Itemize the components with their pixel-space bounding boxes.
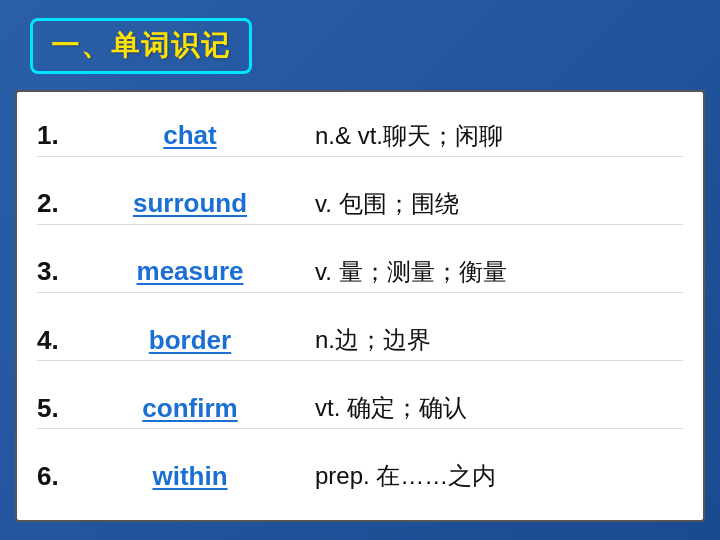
vocab-row: 4.bordern.边；边界 (37, 320, 683, 361)
word-blank: within (75, 461, 305, 492)
vocab-number: 3. (37, 256, 75, 287)
vocab-row: 6.withinprep. 在……之内 (37, 456, 683, 496)
vocab-definition: n.& vt.聊天；闲聊 (315, 120, 683, 152)
vocab-word: confirm (138, 393, 241, 424)
vocab-word: surround (129, 188, 251, 219)
vocab-definition: v. 量；测量；衡量 (315, 256, 683, 288)
word-blank: surround (75, 188, 305, 219)
page-title: 一、单词识记 (51, 30, 231, 61)
vocab-row: 3.measurev. 量；测量；衡量 (37, 252, 683, 293)
title-box: 一、单词识记 (30, 18, 252, 74)
vocab-number: 1. (37, 120, 75, 151)
vocab-number: 4. (37, 325, 75, 356)
vocab-row: 5.confirmvt. 确定；确认 (37, 388, 683, 429)
vocab-number: 5. (37, 393, 75, 424)
page: 一、单词识记 1.chatn.& vt.聊天；闲聊2.surroundv. 包围… (0, 0, 720, 540)
vocab-definition: vt. 确定；确认 (315, 392, 683, 424)
vocab-definition: n.边；边界 (315, 324, 683, 356)
vocab-definition: v. 包围；围绕 (315, 188, 683, 220)
word-blank: chat (75, 120, 305, 151)
word-blank: border (75, 325, 305, 356)
vocab-number: 2. (37, 188, 75, 219)
vocab-word: measure (133, 256, 248, 287)
word-blank: confirm (75, 393, 305, 424)
vocab-word: within (148, 461, 231, 492)
vocab-word: border (145, 325, 235, 356)
vocab-row: 1.chatn.& vt.聊天；闲聊 (37, 116, 683, 157)
vocab-card: 1.chatn.& vt.聊天；闲聊2.surroundv. 包围；围绕3.me… (15, 90, 705, 522)
word-blank: measure (75, 256, 305, 287)
vocab-number: 6. (37, 461, 75, 492)
vocab-row: 2.surroundv. 包围；围绕 (37, 184, 683, 225)
vocab-definition: prep. 在……之内 (315, 460, 683, 492)
vocab-word: chat (159, 120, 220, 151)
